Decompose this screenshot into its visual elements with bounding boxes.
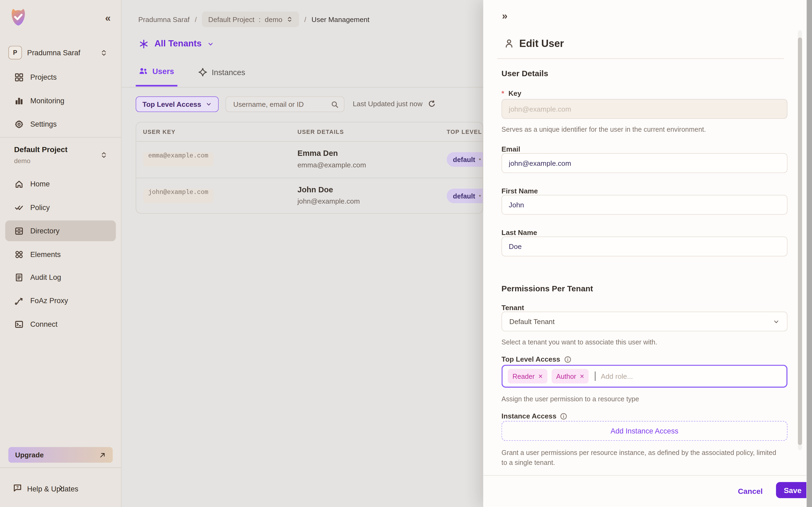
first-name-field[interactable] bbox=[502, 195, 788, 215]
sidebar-item-monitoring[interactable]: Monitoring bbox=[5, 90, 116, 111]
sidebar-item-foaz-proxy[interactable]: FoAz Proxy bbox=[5, 290, 116, 311]
table-row[interactable]: john@example.com John Doe john@example.c… bbox=[136, 178, 483, 214]
sidebar-item-projects[interactable]: Projects bbox=[5, 67, 116, 88]
sidebar-item-directory[interactable]: Directory bbox=[5, 221, 116, 241]
info-icon[interactable] bbox=[564, 356, 571, 363]
sparkle-diamond-icon bbox=[198, 68, 207, 76]
chevron-right-icon bbox=[13, 484, 109, 491]
breadcrumb-project-selector[interactable]: Default Project : demo bbox=[202, 11, 299, 27]
sidebar-divider bbox=[0, 137, 121, 137]
sidebar-item-home[interactable]: Home bbox=[5, 174, 116, 194]
asterisk-icon bbox=[139, 39, 149, 49]
breadcrumb-page: User Management bbox=[311, 15, 369, 23]
last-updated-status: Last Updated just now bbox=[353, 100, 436, 108]
current-project-name: Default Project bbox=[14, 146, 67, 154]
tenant-filter[interactable]: All Tenants bbox=[139, 37, 214, 51]
sidebar-item-audit-log[interactable]: Audit Log bbox=[5, 267, 116, 288]
circles-icon bbox=[14, 250, 23, 259]
section-user-details: User Details bbox=[502, 69, 548, 78]
sidebar-item-label: Directory bbox=[30, 227, 60, 235]
sidebar-item-label: Connect bbox=[30, 320, 57, 328]
badge-dot: • bbox=[479, 192, 481, 200]
grid-icon bbox=[14, 73, 23, 81]
badge-tenant: default bbox=[453, 192, 475, 200]
window-scrollbar[interactable] bbox=[806, 0, 812, 507]
key-field-label: * Key bbox=[502, 90, 521, 97]
search-icon[interactable] bbox=[331, 100, 339, 108]
top-level-access-filter-dropdown[interactable]: Top Level Access bbox=[136, 96, 218, 112]
role-tags-input[interactable]: Reader × Author × bbox=[502, 365, 788, 388]
sidebar-item-label: Elements bbox=[30, 250, 61, 258]
sidebar-item-label: Projects bbox=[30, 73, 57, 81]
route-icon bbox=[14, 296, 23, 305]
user-name: John Doe bbox=[298, 185, 333, 194]
account-switcher[interactable]: P Pradumna Saraf bbox=[0, 45, 121, 61]
email-field-label: Email bbox=[502, 146, 520, 153]
breadcrumb-owner[interactable]: Pradumna Saraf bbox=[138, 15, 190, 23]
refresh-icon[interactable] bbox=[428, 100, 436, 108]
save-button[interactable]: Save bbox=[776, 482, 809, 498]
person-icon bbox=[504, 39, 514, 49]
add-instance-access-button[interactable]: Add Instance Access bbox=[502, 421, 788, 441]
last-updated-text: Last Updated just now bbox=[353, 100, 423, 108]
search-input[interactable] bbox=[232, 100, 331, 109]
remove-tag-icon[interactable]: × bbox=[580, 373, 584, 380]
archive-icon bbox=[14, 226, 23, 235]
chevron-down-icon bbox=[773, 318, 779, 325]
project-selector-icon[interactable] bbox=[100, 151, 107, 159]
remove-tag-icon[interactable]: × bbox=[539, 373, 543, 380]
sidebar: « P Pradumna Saraf Projects Monitoring S… bbox=[0, 0, 122, 507]
drawer-divider bbox=[497, 58, 784, 59]
tab-users[interactable]: Users bbox=[136, 67, 177, 87]
table-row[interactable]: emma@example.com Emma Den emma@example.c… bbox=[136, 142, 483, 178]
tenant-filter-label: All Tenants bbox=[154, 39, 202, 49]
arrow-up-right-icon bbox=[99, 451, 106, 458]
collapse-drawer-icon[interactable]: » bbox=[502, 10, 507, 22]
info-icon[interactable] bbox=[560, 412, 567, 419]
text-cursor bbox=[595, 372, 596, 381]
app-window: « P Pradumna Saraf Projects Monitoring S… bbox=[0, 0, 812, 507]
role-tag-label: Author bbox=[556, 372, 576, 380]
help-updates-button[interactable]: ? Help & Updates bbox=[0, 478, 121, 499]
terminal-icon bbox=[14, 320, 23, 329]
label-text: Key bbox=[508, 90, 521, 97]
user-search bbox=[225, 96, 345, 112]
collapse-sidebar-icon[interactable]: « bbox=[105, 13, 110, 24]
tab-instances[interactable]: Instances bbox=[195, 67, 248, 87]
avatar: P bbox=[8, 46, 22, 60]
selector-icon bbox=[287, 15, 293, 23]
breadcrumb-separator: / bbox=[304, 15, 306, 23]
upgrade-button[interactable]: Upgrade bbox=[8, 447, 113, 463]
user-key-pill: john@example.com bbox=[143, 188, 213, 203]
cancel-button[interactable]: Cancel bbox=[733, 484, 768, 498]
sidebar-divider bbox=[0, 467, 121, 468]
breadcrumb-env: demo bbox=[265, 15, 283, 23]
tab-bar: Users Instances bbox=[136, 67, 248, 87]
table-header: USER KEY USER DETAILS TOP LEVEL ACC bbox=[136, 122, 483, 142]
breadcrumb-project: Default Project bbox=[208, 15, 255, 23]
permit-logo-icon[interactable] bbox=[8, 7, 28, 27]
sidebar-item-connect[interactable]: Connect bbox=[5, 314, 116, 335]
instance-helper-text: Grant a user permissions per resource in… bbox=[502, 448, 783, 467]
tenant-select[interactable]: Default Tenant bbox=[502, 312, 788, 332]
user-key-pill: emma@example.com bbox=[143, 152, 213, 167]
drawer-scrollbar-thumb[interactable] bbox=[798, 38, 802, 445]
email-field[interactable] bbox=[502, 153, 788, 173]
tab-label: Users bbox=[152, 67, 174, 76]
sidebar-item-label: Audit Log bbox=[30, 273, 61, 281]
edit-user-drawer: » Edit User User Details * Key Serves as… bbox=[483, 0, 812, 507]
sidebar-item-label: Monitoring bbox=[30, 96, 64, 105]
breadcrumb: Pradumna Saraf / Default Project : demo … bbox=[138, 11, 369, 27]
sidebar-item-label: Settings bbox=[30, 120, 57, 128]
tenant-field-label: Tenant bbox=[502, 304, 524, 312]
top-level-access-label: Top Level Access bbox=[502, 355, 571, 363]
account-name: Pradumna Saraf bbox=[27, 49, 80, 57]
last-name-field[interactable] bbox=[502, 237, 788, 257]
bar-chart-icon bbox=[14, 96, 23, 105]
top-level-helper-text: Assign the user permission to a resource… bbox=[502, 394, 639, 404]
add-role-input[interactable] bbox=[600, 372, 781, 381]
key-field bbox=[502, 99, 788, 119]
sidebar-item-elements[interactable]: Elements bbox=[5, 244, 116, 265]
sidebar-item-settings[interactable]: Settings bbox=[5, 113, 116, 134]
sidebar-item-policy[interactable]: Policy bbox=[5, 197, 116, 218]
